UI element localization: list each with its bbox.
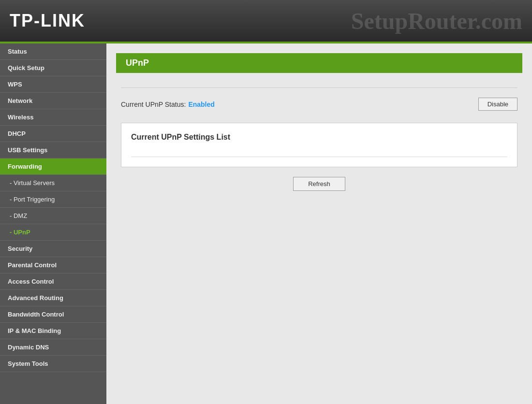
- divider-top: [121, 87, 517, 88]
- refresh-button[interactable]: Refresh: [293, 177, 345, 191]
- status-label: Current UPnP Status:: [121, 101, 186, 108]
- sidebar-item-advanced-routing[interactable]: Advanced Routing: [0, 290, 106, 306]
- page-title: UPnP: [116, 53, 522, 73]
- sidebar-item-virtual-servers[interactable]: - Virtual Servers: [0, 175, 106, 191]
- layout: StatusQuick SetupWPSNetworkWirelessDHCPU…: [0, 43, 532, 404]
- col-int-port: [346, 149, 400, 157]
- disable-button[interactable]: Disable: [478, 98, 517, 111]
- sidebar-item-system-tools[interactable]: System Tools: [0, 356, 106, 372]
- col-ext-port: [238, 149, 292, 157]
- sidebar-item-usb-settings[interactable]: USB Settings: [0, 142, 106, 159]
- sidebar-item-forwarding[interactable]: Forwarding: [0, 159, 106, 175]
- sidebar-item-wps[interactable]: WPS: [0, 76, 106, 93]
- header: TP-LINK SetupRouter.com: [0, 0, 532, 43]
- sidebar-item-port-triggering[interactable]: - Port Triggering: [0, 191, 106, 208]
- col-status: [454, 149, 507, 157]
- sidebar-item-bandwidth-control[interactable]: Bandwidth Control: [0, 306, 106, 323]
- main-content: UPnP Current UPnP Status: Enabled Disabl…: [106, 43, 532, 404]
- sidebar-item-dhcp[interactable]: DHCP: [0, 126, 106, 142]
- logo-name: TP-LINK: [10, 11, 85, 30]
- status-value: Enabled: [188, 101, 214, 108]
- col-app: [185, 149, 238, 157]
- col-ip: [400, 149, 454, 157]
- sidebar-item-dynamic-dns[interactable]: Dynamic DNS: [0, 339, 106, 356]
- content-area: Current UPnP Status: Enabled Disable Cur…: [106, 73, 532, 201]
- status-line: Current UPnP Status: Enabled Disable: [121, 98, 517, 111]
- status-left: Current UPnP Status: Enabled: [121, 101, 215, 108]
- watermark: SetupRouter.com: [351, 8, 522, 34]
- sidebar-item-security[interactable]: Security: [0, 241, 106, 257]
- sidebar-item-upnp[interactable]: - UPnP: [0, 224, 106, 241]
- sidebar-item-dmz[interactable]: - DMZ: [0, 208, 106, 224]
- table-header-row: [131, 149, 507, 157]
- sidebar-item-ip-mac-binding[interactable]: IP & MAC Binding: [0, 323, 106, 339]
- sidebar-item-access-control[interactable]: Access Control: [0, 274, 106, 290]
- settings-title: Current UPnP Settings List: [131, 133, 507, 142]
- sidebar-item-parental-control[interactable]: Parental Control: [0, 257, 106, 274]
- sidebar-item-status[interactable]: Status: [0, 43, 106, 60]
- settings-section: Current UPnP Settings List: [121, 123, 517, 167]
- col-protocol: [292, 149, 346, 157]
- upnp-table: [131, 149, 507, 157]
- refresh-area: Refresh: [121, 177, 517, 191]
- sidebar-item-quick-setup[interactable]: Quick Setup: [0, 60, 106, 76]
- col-id: [131, 149, 185, 157]
- sidebar-item-network[interactable]: Network: [0, 93, 106, 109]
- sidebar-item-wireless[interactable]: Wireless: [0, 109, 106, 126]
- logo: TP-LINK: [10, 11, 85, 31]
- sidebar: StatusQuick SetupWPSNetworkWirelessDHCPU…: [0, 43, 106, 404]
